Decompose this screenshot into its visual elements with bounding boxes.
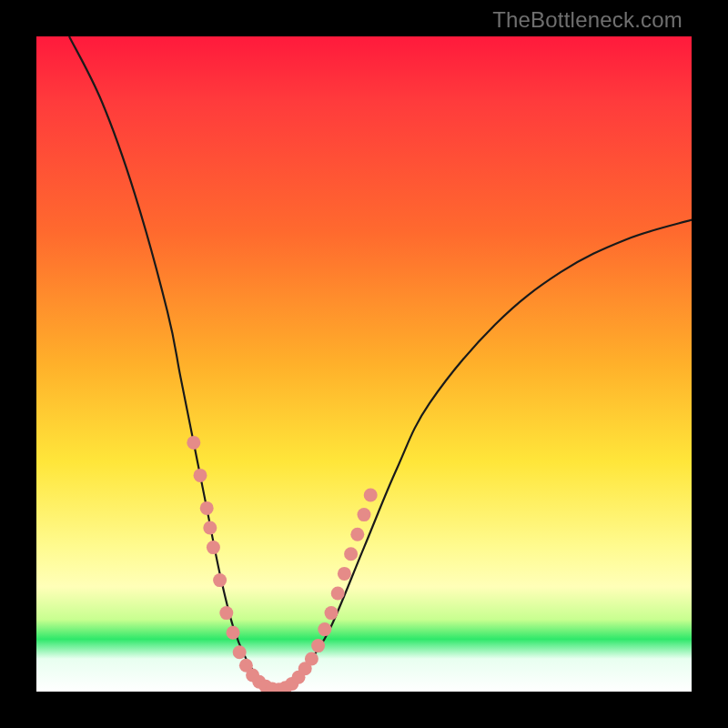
- marker-point: [344, 547, 358, 561]
- curve-markers: [187, 436, 377, 692]
- marker-point: [350, 528, 364, 541]
- marker-point: [331, 587, 345, 601]
- marker-point: [325, 606, 339, 620]
- marker-point: [203, 521, 217, 535]
- marker-point: [187, 436, 200, 450]
- marker-point: [364, 489, 378, 502]
- marker-point: [200, 501, 214, 515]
- marker-point: [213, 573, 227, 587]
- marker-point: [358, 508, 371, 521]
- marker-point: [318, 622, 331, 636]
- marker-point: [219, 606, 233, 620]
- marker-point: [338, 567, 351, 581]
- marker-point: [194, 469, 207, 482]
- marker-point: [227, 626, 240, 640]
- marker-point: [207, 541, 220, 554]
- curve-layer: [36, 36, 692, 692]
- watermark-text: TheBottleneck.com: [492, 7, 682, 33]
- chart-frame: TheBottleneck.com: [0, 0, 728, 728]
- bottleneck-curve: [69, 36, 692, 692]
- marker-point: [311, 639, 325, 652]
- plot-area: [36, 36, 692, 692]
- marker-point: [305, 652, 318, 666]
- marker-point: [233, 645, 247, 659]
